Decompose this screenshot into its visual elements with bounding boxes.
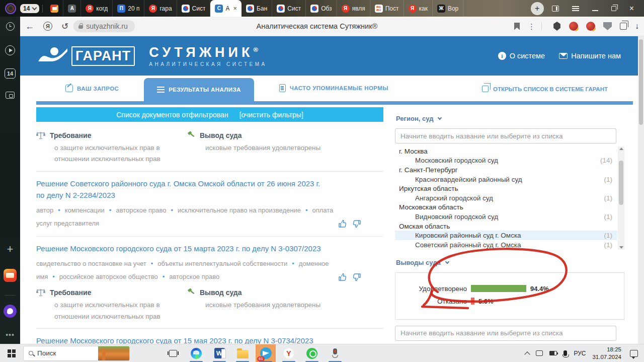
clear-filters-link[interactable]: [очистить фильтры] — [239, 111, 303, 119]
tab-analysis-results[interactable]: РЕЗУЛЬТАТЫ АНАЛИЗА — [144, 78, 254, 101]
clock-datetime[interactable]: 18:25 31.07.2024 — [592, 346, 621, 360]
browser-tab[interactable]: ЖВор — [433, 0, 463, 17]
court-row[interactable]: Кировский районный суд г. Омска(1) — [395, 231, 617, 240]
page-scroll-thumb[interactable] — [639, 39, 643, 125]
tab-close-icon[interactable]: × — [233, 5, 237, 12]
close-button[interactable]: × — [629, 5, 634, 13]
more-menu-icon[interactable]: ⋮ — [528, 25, 530, 28]
court-row[interactable]: Советский районный суд г. Омска(1) — [395, 240, 617, 250]
browser-tab[interactable] — [46, 0, 63, 17]
tab-cited-norms[interactable]: ЧАСТО УПОМИНАЕМЫЕ НОРМЫ — [274, 84, 393, 101]
language-indicator[interactable]: РУС — [574, 350, 586, 357]
adblock-shield-icon[interactable] — [603, 22, 612, 30]
browser-tab[interactable]: A — [63, 0, 81, 17]
yandex-icon[interactable]: Я — [43, 22, 52, 31]
browser-tab[interactable]: RG RUПост — [370, 0, 404, 17]
explorer-app-button[interactable] — [232, 344, 253, 362]
open-in-garant-link[interactable]: ОТКРЫТЬ СПИСОК В СИСТЕМЕ ГАРАНТ — [482, 86, 608, 101]
extension-icon[interactable] — [569, 22, 578, 31]
address-bar[interactable]: sutyazhnik.ru — [73, 20, 134, 32]
browser-tab-active[interactable]: СА× — [210, 0, 242, 17]
scroll-up-icon[interactable] — [619, 148, 623, 150]
alice-assistant-icon[interactable] — [4, 305, 17, 318]
list-scrollbar[interactable] — [618, 147, 624, 250]
bookmark-icon[interactable] — [514, 23, 520, 30]
maximize-button[interactable] — [611, 6, 616, 11]
tab-counter[interactable]: 14 — [20, 4, 39, 13]
download-icon[interactable]: ↓ — [635, 22, 639, 31]
new-tab-button[interactable]: + — [531, 2, 544, 15]
thumb-up-icon[interactable] — [338, 220, 347, 228]
browser-tab[interactable]: Бан — [242, 0, 272, 17]
recorder-app-button[interactable] — [325, 344, 345, 362]
conclusion-search-input[interactable] — [395, 326, 616, 341]
browser-tab[interactable]: Ягара — [144, 0, 177, 17]
device-icon[interactable] — [536, 350, 543, 356]
minimize-button[interactable] — [592, 10, 598, 11]
result-title-link[interactable]: Решение Московского городского суда от 1… — [36, 243, 331, 254]
court-row[interactable]: Московский городской суд(14) — [395, 156, 617, 166]
result-title-link[interactable]: Решение Советского районного суда г. Омс… — [36, 178, 331, 201]
scroll-down-icon[interactable] — [619, 246, 623, 249]
court-row[interactable]: Красногвардейский районный суд(1) — [395, 175, 617, 184]
browser-tab[interactable]: П20 п — [113, 0, 144, 17]
result-tag[interactable]: компенсации — [53, 206, 105, 214]
scroll-thumb[interactable] — [619, 161, 623, 205]
browser-tab[interactable]: Яявля — [337, 0, 370, 17]
result-tag[interactable]: объекты интеллектуальной собственности — [146, 260, 287, 267]
tab-your-request[interactable]: ВАШ ЗАПРОС — [60, 85, 124, 101]
battery-icon[interactable] — [549, 351, 557, 355]
task-view-button[interactable] — [163, 344, 183, 362]
tray-microphone-icon[interactable] — [564, 350, 567, 356]
browser-tab[interactable]: Якогд — [81, 0, 113, 17]
more-dots-icon[interactable]: ••• — [6, 331, 15, 339]
screenshot-icon[interactable] — [6, 92, 15, 99]
result-tag[interactable]: автор — [36, 206, 53, 214]
reload-button[interactable]: ↻ — [61, 21, 68, 32]
result-tag[interactable]: авторское право — [158, 273, 220, 280]
result-title-link[interactable]: Решение Московского городского суда от 1… — [36, 335, 331, 344]
player-icon[interactable] — [5, 45, 15, 55]
back-button[interactable]: ← — [25, 21, 34, 32]
yandex-browser-app-button[interactable]: Y — [279, 344, 299, 362]
tray-expand-icon[interactable] — [525, 351, 530, 357]
taskbar-search[interactable]: Поиск — [23, 346, 130, 361]
about-system-link[interactable]: i О системе — [498, 52, 545, 60]
notifications-icon[interactable] — [630, 350, 638, 357]
yandex-mail-icon[interactable] — [4, 269, 17, 282]
search-daily-image[interactable] — [98, 346, 129, 360]
result-tag[interactable]: авторское право — [105, 206, 167, 214]
result-tag[interactable]: исключительное право на произведение — [166, 206, 301, 214]
tabs-count-badge[interactable]: 14 — [5, 68, 16, 79]
menu-icon[interactable] — [572, 6, 579, 11]
whatsapp-app-button[interactable] — [302, 344, 322, 362]
page-scrollbar[interactable] — [638, 36, 644, 344]
word-app-button[interactable]: W — [209, 344, 229, 362]
start-button[interactable] — [0, 344, 23, 362]
extension-pin-icon[interactable] — [553, 22, 561, 31]
court-row[interactable]: Видновский городской суд(1) — [395, 212, 617, 222]
history-button[interactable] — [0, 17, 20, 36]
browser-tab[interactable]: Якак — [404, 0, 433, 17]
browser-tab[interactable]: Сист — [272, 0, 306, 17]
tabs-copy-icon[interactable] — [620, 23, 627, 30]
extension-icon[interactable] — [586, 22, 595, 31]
side-panel-icon[interactable] — [552, 6, 559, 12]
browser-tab[interactable]: Сист — [177, 0, 211, 17]
requirement-label: Требование — [50, 131, 91, 139]
court-search-input[interactable] — [395, 128, 616, 143]
telegram-app-button[interactable]: 61 — [256, 344, 276, 362]
result-tag[interactable]: российское авторское общество — [48, 273, 157, 280]
result-tag[interactable]: свидетельство о постановке на учет — [36, 260, 146, 267]
browser-tab[interactable]: Обз — [306, 0, 337, 17]
court-conclusions-header[interactable]: Выводы суда — [396, 259, 625, 266]
profile-avatar[interactable] — [5, 3, 16, 14]
thumb-down-icon[interactable] — [353, 220, 361, 228]
thumb-up-icon[interactable] — [338, 273, 347, 281]
region-court-header[interactable]: Регион, суд — [396, 115, 625, 122]
edge-app-button[interactable] — [186, 344, 206, 362]
add-panel-icon[interactable]: + — [7, 243, 14, 256]
court-row[interactable]: Ангарский городской суд(1) — [395, 193, 617, 203]
thumb-down-icon[interactable] — [353, 273, 361, 281]
contact-us-link[interactable]: Напишите нам — [559, 52, 621, 60]
